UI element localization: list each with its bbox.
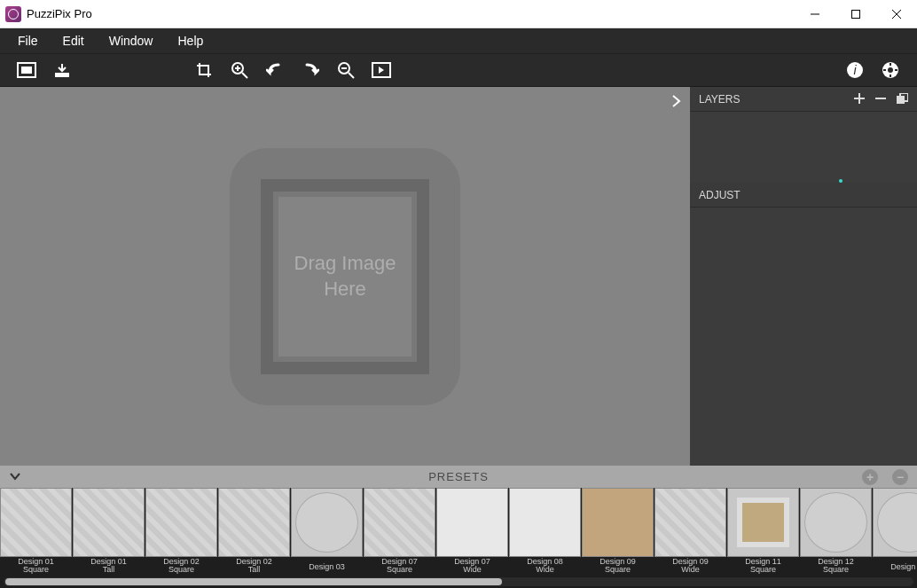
preset-thumbnail	[73, 488, 145, 557]
fit-screen-button[interactable]	[364, 53, 399, 87]
redo-button[interactable]	[293, 53, 328, 87]
svg-point-18	[888, 67, 893, 73]
collapse-panels-button[interactable]	[667, 92, 685, 110]
preset-thumbnail	[218, 488, 290, 557]
add-layer-button[interactable]	[854, 93, 865, 105]
zoom-in-button[interactable]	[222, 53, 257, 87]
presets-scrollbar[interactable]	[4, 577, 913, 586]
preset-thumbnail	[0, 488, 72, 557]
close-button[interactable]	[876, 0, 917, 28]
svg-marker-14	[379, 67, 384, 74]
minimize-button[interactable]	[795, 0, 835, 28]
drop-frame-inner: Drag Image Here	[273, 192, 417, 362]
menu-edit[interactable]: Edit	[51, 28, 97, 53]
preset-caption: Design 11Square	[727, 557, 799, 576]
app-title: PuzziPix Pro	[27, 7, 92, 20]
preset-thumbnail	[364, 488, 435, 557]
preset-item[interactable]: Design 12Square	[800, 488, 872, 576]
preset-item[interactable]: Design 01Tall	[73, 488, 145, 576]
menu-help[interactable]: Help	[165, 28, 216, 53]
crop-button[interactable]	[186, 53, 222, 87]
svg-line-11	[349, 73, 354, 78]
adjust-label: ADJUST	[699, 189, 741, 201]
side-panels: LAYERS ADJUST	[690, 87, 917, 466]
preset-caption: Design 09Wide	[654, 557, 726, 576]
preset-item[interactable]: Design 07Square	[364, 488, 435, 576]
svg-point-15	[847, 62, 863, 78]
preset-thumbnail	[800, 488, 872, 557]
zoom-out-button[interactable]	[328, 53, 364, 87]
svg-point-6	[232, 63, 243, 74]
preset-caption: Design 13	[873, 557, 917, 576]
svg-point-17	[882, 62, 898, 78]
drop-text-line1: Drag Image	[294, 251, 396, 277]
preset-item[interactable]: Design 09Square	[582, 488, 654, 576]
image-drop-target[interactable]: Drag Image Here	[230, 148, 460, 405]
svg-rect-27	[900, 93, 908, 101]
maximize-button[interactable]	[835, 0, 876, 28]
preset-item[interactable]: Design 02Tall	[218, 488, 290, 576]
drop-frame-outer: Drag Image Here	[261, 179, 429, 374]
preset-item[interactable]: Design 01Square	[0, 488, 72, 576]
svg-line-2	[892, 10, 901, 19]
remove-layer-button[interactable]	[875, 93, 886, 105]
svg-rect-5	[21, 67, 32, 74]
info-button[interactable]: i	[837, 53, 873, 87]
preset-caption: Design 07Wide	[436, 557, 508, 576]
preset-caption: Design 08Wide	[509, 557, 581, 576]
work-area: Drag Image Here LAYERS ADJUST	[0, 87, 917, 466]
preset-caption: Design 12Square	[800, 557, 872, 576]
canvas-area[interactable]: Drag Image Here	[0, 87, 690, 466]
toolbar: i	[0, 53, 917, 87]
presets-header: PRESETS + −	[0, 466, 917, 488]
preset-thumbnail	[582, 488, 654, 557]
titlebar: PuzziPix Pro	[0, 0, 917, 28]
undo-button[interactable]	[257, 53, 293, 87]
preset-caption: Design 01Square	[0, 557, 72, 576]
presets-strip: Design 01SquareDesign 01TallDesign 02Squ…	[0, 488, 917, 588]
open-image-button[interactable]	[9, 53, 44, 87]
svg-text:i: i	[853, 63, 857, 77]
presets-scroll[interactable]: Design 01SquareDesign 01TallDesign 02Squ…	[0, 488, 917, 576]
menubar: File Edit Window Help	[0, 28, 917, 53]
preset-caption: Design 01Tall	[73, 557, 145, 576]
preset-thumbnail	[873, 488, 917, 557]
preset-item[interactable]: Design 03	[291, 488, 363, 576]
preset-caption: Design 09Square	[582, 557, 654, 576]
svg-rect-26	[897, 96, 905, 104]
layers-label: LAYERS	[699, 93, 740, 106]
preset-caption: Design 02Tall	[218, 557, 290, 576]
layers-panel[interactable]	[690, 112, 917, 183]
svg-rect-4	[18, 63, 35, 77]
window-controls	[795, 0, 917, 28]
preset-item[interactable]: Design 08Wide	[509, 488, 581, 576]
menu-file[interactable]: File	[5, 28, 51, 53]
duplicate-layer-button[interactable]	[897, 93, 908, 105]
svg-rect-13	[372, 63, 390, 77]
preset-thumbnail	[509, 488, 581, 557]
preset-caption: Design 07Square	[364, 557, 435, 576]
preset-thumbnail	[291, 488, 363, 557]
settings-button[interactable]	[873, 53, 908, 87]
preset-item[interactable]: Design 13	[873, 488, 917, 576]
svg-line-7	[242, 73, 247, 78]
preset-item[interactable]: Design 11Square	[727, 488, 799, 576]
preset-thumbnail	[727, 488, 799, 557]
adjust-panel[interactable]	[690, 208, 917, 466]
preset-item[interactable]: Design 09Wide	[654, 488, 726, 576]
svg-point-10	[339, 63, 349, 74]
svg-line-3	[892, 10, 901, 19]
layers-header: LAYERS	[690, 87, 917, 112]
preset-caption: Design 03	[291, 557, 363, 576]
preset-item[interactable]: Design 07Wide	[436, 488, 508, 576]
preset-item[interactable]: Design 02Square	[145, 488, 217, 576]
presets-label: PRESETS	[0, 470, 917, 483]
drop-text-line2: Here	[324, 277, 366, 302]
preset-thumbnail	[654, 488, 726, 557]
presets-scrollbar-thumb[interactable]	[5, 578, 502, 585]
svg-rect-1	[852, 10, 860, 18]
app-icon	[5, 6, 21, 22]
menu-window[interactable]: Window	[97, 28, 166, 53]
import-button[interactable]	[44, 53, 80, 87]
preset-caption: Design 02Square	[145, 557, 217, 576]
